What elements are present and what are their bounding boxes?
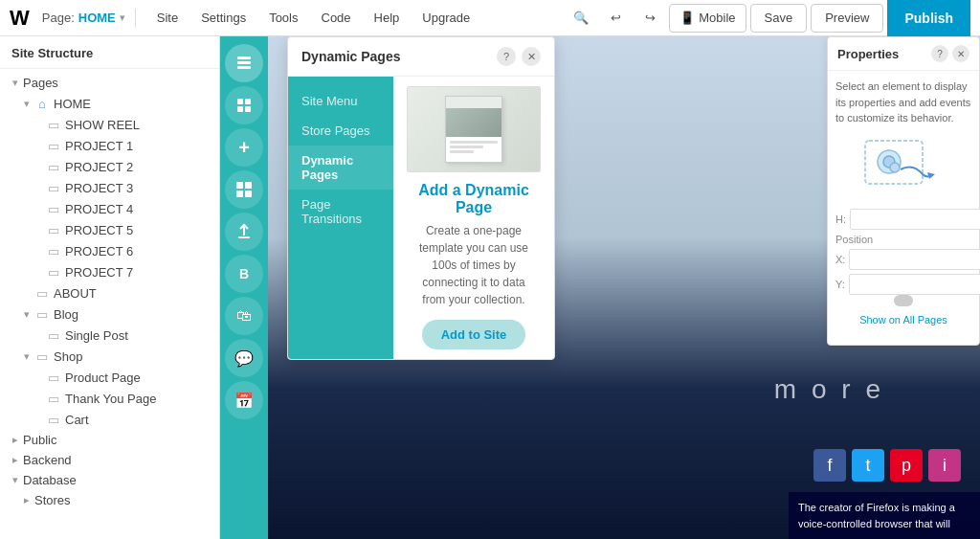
- nav-site[interactable]: Site: [145, 0, 189, 36]
- search-icon[interactable]: 🔍: [566, 3, 596, 34]
- nav-tools[interactable]: Tools: [257, 0, 309, 36]
- p7-icon: ▭: [46, 264, 61, 280]
- modal-help-icon[interactable]: ?: [497, 47, 516, 66]
- x-input[interactable]: [849, 249, 980, 270]
- modal-body-text: Add a Dynamic Page Create a one-page tem…: [403, 182, 545, 349]
- show-all-pages-label[interactable]: Show on All Pages: [835, 310, 971, 329]
- properties-illustration: [835, 134, 971, 201]
- sidebar-item-project4[interactable]: ▭ PROJECT 4: [0, 198, 219, 219]
- tool-chat-btn[interactable]: 💬: [225, 339, 263, 377]
- home-icon: ⌂: [34, 96, 50, 111]
- sidebar-item-project5[interactable]: ▭ PROJECT 5: [0, 219, 219, 240]
- tool-elements-btn[interactable]: [225, 86, 263, 124]
- stores-toggle-icon[interactable]: ▸: [19, 494, 34, 506]
- modal-add-title: Add a Dynamic Page: [411, 182, 537, 216]
- svg-rect-3: [237, 99, 243, 104]
- modal-header-actions: ? ✕: [497, 47, 541, 66]
- sidebar-item-project3[interactable]: ▭ PROJECT 3: [0, 177, 219, 198]
- svg-rect-5: [237, 106, 243, 112]
- sidebar-item-blog[interactable]: ▾ ▭ Blog: [0, 303, 219, 325]
- svg-rect-8: [245, 182, 252, 189]
- sidebar-item-stores[interactable]: ▸ Stores: [0, 490, 219, 510]
- properties-actions: ? ✕: [931, 45, 969, 62]
- sidebar-section-database[interactable]: ▾ Database: [0, 470, 219, 490]
- show-all-pages-toggle[interactable]: [894, 295, 913, 306]
- modal-menu-dynamicpages[interactable]: Dynamic Pages: [288, 146, 393, 190]
- sidebar-item-project6[interactable]: ▭ PROJECT 6: [0, 240, 219, 261]
- tool-calendar-btn[interactable]: 📅: [225, 381, 263, 419]
- instagram-icon[interactable]: i: [928, 449, 961, 482]
- preview-line-2: [450, 146, 483, 148]
- mobile-icon: 📱: [679, 11, 695, 25]
- sidebar-item-shop[interactable]: ▾ ▭ Shop: [0, 346, 219, 367]
- mobile-button[interactable]: 📱 Mobile: [669, 4, 746, 33]
- preview-img-area: [446, 108, 501, 137]
- nav-code[interactable]: Code: [310, 0, 363, 36]
- sidebar-item-singlepost[interactable]: ▭ Single Post: [0, 325, 219, 346]
- page-chevron-icon[interactable]: ▾: [120, 11, 125, 24]
- nav-upgrade[interactable]: Upgrade: [411, 0, 481, 36]
- public-toggle-icon[interactable]: ▸: [8, 434, 23, 446]
- publish-button[interactable]: Publish: [887, 0, 970, 36]
- nav-settings[interactable]: Settings: [189, 0, 257, 36]
- props-help-icon[interactable]: ?: [931, 45, 948, 62]
- modal-add-to-site-button[interactable]: Add to Site: [422, 320, 526, 349]
- backend-toggle-icon[interactable]: ▸: [8, 454, 23, 466]
- sidebar-item-project1[interactable]: ▭ PROJECT 1: [0, 135, 219, 156]
- modal-title: Dynamic Pages: [301, 49, 401, 64]
- redo-icon[interactable]: ↪: [635, 3, 665, 34]
- sidebar-item-showreel[interactable]: ▭ SHOW REEL: [0, 114, 219, 135]
- modal-close-icon[interactable]: ✕: [522, 47, 541, 66]
- shop-toggle-icon[interactable]: ▾: [19, 350, 34, 363]
- svg-rect-9: [236, 191, 243, 197]
- props-close-icon[interactable]: ✕: [952, 45, 969, 62]
- stores-label: Stores: [34, 493, 71, 507]
- sidebar-item-productpage[interactable]: ▭ Product Page: [0, 367, 219, 388]
- modal-menu-transitions[interactable]: Page Transitions: [288, 190, 393, 234]
- sidebar-section-pages[interactable]: ▾ Pages: [0, 73, 219, 93]
- page-name-link[interactable]: HOME: [78, 11, 116, 25]
- p5-icon: ▭: [46, 222, 61, 237]
- sidebar-item-about[interactable]: ▭ ABOUT: [0, 282, 219, 303]
- tool-background-btn[interactable]: B: [225, 255, 263, 293]
- pinterest-icon[interactable]: p: [890, 449, 923, 482]
- p2-icon: ▭: [46, 159, 61, 174]
- svg-rect-6: [245, 106, 251, 112]
- pages-toggle-icon[interactable]: ▾: [8, 77, 23, 89]
- svg-rect-7: [236, 182, 243, 189]
- twitter-icon[interactable]: t: [852, 449, 884, 482]
- database-toggle-icon[interactable]: ▾: [8, 474, 23, 486]
- sidebar-section-backend[interactable]: ▸ Backend: [0, 450, 219, 470]
- save-button[interactable]: Save: [750, 4, 808, 33]
- top-divider: [135, 9, 136, 28]
- sidebar-item-thankyou[interactable]: ▭ Thank You Page: [0, 388, 219, 409]
- home-toggle-icon[interactable]: ▾: [19, 98, 34, 110]
- showreel-label: SHOW REEL: [65, 118, 140, 132]
- undo-icon[interactable]: ↩: [600, 3, 631, 34]
- modal-menu-storepages[interactable]: Store Pages: [288, 116, 393, 146]
- sidebar-item-project2[interactable]: ▭ PROJECT 2: [0, 156, 219, 177]
- p6-icon: ▭: [46, 243, 61, 258]
- properties-fields: H: Position X: Y:: [835, 209, 971, 295]
- sidebar-item-home[interactable]: ▾ ⌂ HOME: [0, 93, 219, 114]
- nav-help[interactable]: Help: [363, 0, 412, 36]
- tool-media-btn[interactable]: [225, 170, 263, 209]
- tool-pages-btn[interactable]: [225, 44, 263, 82]
- sidebar-item-cart[interactable]: ▭ Cart: [0, 409, 219, 430]
- sp-label: Single Post: [65, 328, 128, 343]
- top-nav: Site Settings Tools Code Help Upgrade: [145, 0, 481, 36]
- facebook-icon[interactable]: f: [813, 449, 846, 482]
- modal-preview-inner: [408, 87, 540, 171]
- preview-button[interactable]: Preview: [811, 4, 883, 33]
- x-field-row: X:: [835, 249, 971, 270]
- sidebar-item-project7[interactable]: ▭ PROJECT 7: [0, 261, 219, 282]
- tool-store-btn[interactable]: 🛍: [225, 297, 263, 335]
- tool-add-btn[interactable]: +: [225, 128, 263, 167]
- y-input[interactable]: [849, 274, 980, 295]
- modal-menu-sitemenu[interactable]: Site Menu: [288, 86, 393, 116]
- tool-upload-btn[interactable]: [225, 213, 263, 251]
- y-field-row: Y:: [835, 274, 971, 295]
- h-input[interactable]: [850, 209, 980, 230]
- blog-toggle-icon[interactable]: ▾: [19, 308, 34, 321]
- sidebar-section-public[interactable]: ▸ Public: [0, 430, 219, 450]
